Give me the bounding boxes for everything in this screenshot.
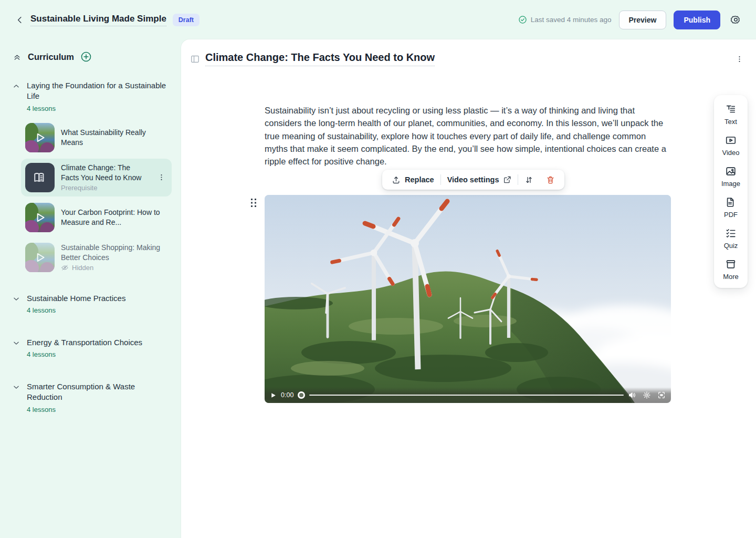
play-icon (25, 243, 55, 272)
more-icon (725, 258, 737, 270)
lesson-subtitle: Prerequisite (61, 184, 149, 192)
course-title[interactable]: Sustainable Living Made Simple (30, 14, 166, 26)
lesson-title: Climate Change: The Facts You Need to Kn… (61, 163, 149, 182)
video-controls-bar: 0:00 (265, 387, 671, 403)
section-title: Smarter Consumption & Waste Reduction (27, 381, 172, 403)
lesson-item-climate-change[interactable]: Climate Change: The Facts You Need to Kn… (21, 159, 172, 196)
lesson-list: What Sustainability Really Means Climate… (13, 119, 172, 276)
lesson-video-thumbnail (25, 123, 55, 152)
chevron-down-icon[interactable] (13, 295, 20, 314)
delete-block-button[interactable] (540, 170, 561, 190)
lesson-video-player[interactable]: 0:00 (265, 195, 671, 403)
play-icon (25, 203, 55, 232)
eye-off-icon (61, 264, 69, 272)
lesson-video-thumbnail (25, 243, 55, 272)
section-title: Energy & Transportation Choices (27, 337, 142, 348)
insert-quiz-button[interactable]: Quiz (714, 227, 748, 250)
curriculum-section: Energy & Transportation Choices 4 lesson… (13, 337, 172, 358)
curriculum-section: Laying the Foundation for a Sustainable … (13, 80, 172, 276)
section-lesson-count: 4 lessons (27, 105, 172, 112)
replace-video-button[interactable]: Replace (385, 170, 440, 190)
publish-button[interactable]: Publish (674, 11, 720, 29)
section-title: Laying the Foundation for a Sustainable … (27, 80, 172, 102)
book-open-icon (33, 171, 47, 184)
lesson-item-what-sustainability[interactable]: What Sustainability Really Means (21, 119, 172, 157)
insert-more-button[interactable]: More (714, 258, 748, 281)
section-title: Sustainable Home Practices (27, 293, 125, 304)
quiz-icon (725, 227, 737, 239)
insert-text-button[interactable]: Text (714, 104, 748, 126)
insert-image-button[interactable]: Image (714, 165, 748, 188)
palette-label: Text (724, 118, 737, 126)
section-lesson-count: 4 lessons (27, 406, 172, 413)
lesson-item-sustainable-shopping[interactable]: Sustainable Shopping: Making Better Choi… (21, 239, 172, 276)
upload-icon (392, 175, 401, 184)
insert-block-palette: Text Video Image PDF Quiz More (714, 95, 748, 288)
palette-label: More (723, 273, 739, 281)
lesson-video-thumbnail (25, 203, 55, 232)
play-button[interactable] (270, 392, 277, 399)
replace-label: Replace (405, 175, 434, 184)
curriculum-title: Curriculum (28, 52, 74, 62)
lesson-menu-kebab-icon[interactable] (155, 171, 167, 183)
insert-video-button[interactable]: Video (714, 134, 748, 157)
lesson-options-kebab-icon[interactable] (733, 53, 746, 65)
lesson-reading-thumbnail (25, 163, 55, 192)
header-actions: Last saved 4 minutes ago Preview Publish (518, 11, 743, 29)
check-circle-icon (518, 15, 527, 24)
curriculum-header: Curriculum (13, 51, 172, 63)
volume-icon[interactable] (628, 391, 636, 399)
section-lesson-count: 4 lessons (27, 350, 142, 358)
video-icon (725, 134, 737, 146)
lesson-title: Sustainable Shopping: Making Better Choi… (61, 243, 167, 262)
play-icon (25, 123, 55, 152)
fullscreen-icon[interactable] (657, 391, 666, 399)
progress-track[interactable] (309, 395, 624, 396)
wind-turbines-video-frame (265, 195, 671, 403)
back-button[interactable] (13, 13, 27, 27)
move-block-button[interactable] (518, 170, 540, 190)
video-settings-button[interactable]: Video settings (441, 170, 518, 190)
lesson-title: Your Carbon Footprint: How to Measure an… (61, 208, 167, 226)
chevron-down-icon[interactable] (13, 384, 20, 413)
video-timestamp: 0:00 (281, 391, 293, 399)
lesson-editor-panel: Climate Change: The Facts You Need to Kn… (181, 39, 756, 538)
last-saved-label: Last saved 4 minutes ago (531, 16, 612, 24)
insert-pdf-button[interactable]: PDF (714, 196, 748, 219)
add-section-button[interactable] (80, 51, 92, 63)
settings-gear-icon[interactable] (728, 12, 743, 28)
section-lesson-count: 4 lessons (27, 306, 125, 314)
external-link-icon (503, 175, 511, 184)
player-settings-icon[interactable] (643, 391, 651, 399)
palette-label: Image (721, 180, 740, 188)
sidebar-toggle-icon[interactable] (190, 54, 200, 64)
section-toggle[interactable]: Sustainable Home Practices 4 lessons (13, 293, 172, 314)
collapse-all-icon[interactable] (13, 53, 22, 61)
pdf-icon (725, 196, 737, 208)
curriculum-section: Smarter Consumption & Waste Reduction 4 … (13, 381, 172, 413)
section-toggle[interactable]: Energy & Transportation Choices 4 lesson… (13, 337, 172, 358)
status-badge: Draft (173, 14, 200, 26)
scrubber-handle[interactable] (298, 391, 305, 399)
chevron-up-icon[interactable] (13, 82, 20, 112)
last-saved-status: Last saved 4 minutes ago (518, 15, 612, 24)
section-toggle[interactable]: Laying the Foundation for a Sustainable … (13, 80, 172, 112)
preview-button[interactable]: Preview (619, 11, 667, 29)
lesson-title: What Sustainability Really Means (61, 128, 167, 147)
curriculum-section: Sustainable Home Practices 4 lessons (13, 293, 172, 314)
section-toggle[interactable]: Smarter Consumption & Waste Reduction 4 … (13, 381, 172, 413)
text-icon (725, 104, 737, 115)
video-block-toolbar: Replace Video settings (382, 170, 564, 190)
video-settings-label: Video settings (447, 175, 499, 184)
trash-icon (546, 175, 555, 184)
block-drag-handle-icon[interactable] (250, 198, 257, 208)
curriculum-sidebar: Curriculum Laying the Foundation for a S… (0, 39, 181, 538)
lesson-intro-paragraph[interactable]: Sustainability isn’t just about recyclin… (265, 104, 667, 168)
lesson-item-carbon-footprint[interactable]: Your Carbon Footprint: How to Measure an… (21, 199, 172, 236)
palette-label: PDF (724, 211, 738, 219)
lesson-page-title[interactable]: Climate Change: The Facts You Need to Kn… (205, 51, 435, 66)
lesson-subtitle: Hidden (72, 264, 93, 272)
palette-label: Quiz (724, 242, 738, 250)
chevron-down-icon[interactable] (13, 339, 20, 358)
palette-label: Video (722, 149, 739, 157)
